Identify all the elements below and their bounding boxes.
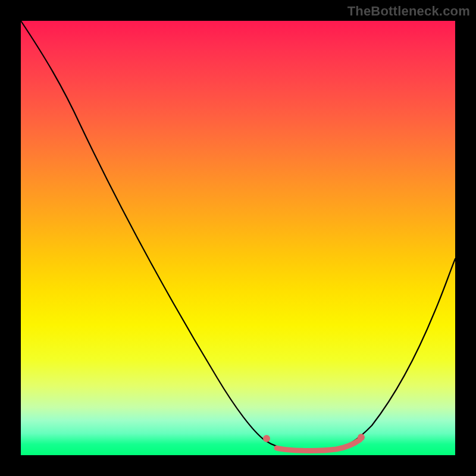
marker-right: [358, 434, 365, 441]
watermark-label: TheBottleneck.com: [347, 4, 470, 19]
curve-svg: [21, 21, 455, 455]
bottleneck-curve: [21, 21, 455, 452]
chart-frame: TheBottleneck.com: [0, 0, 476, 476]
plot-area: [21, 21, 455, 455]
bottom-highlight-strip: [277, 440, 360, 450]
marker-left: [263, 435, 270, 442]
